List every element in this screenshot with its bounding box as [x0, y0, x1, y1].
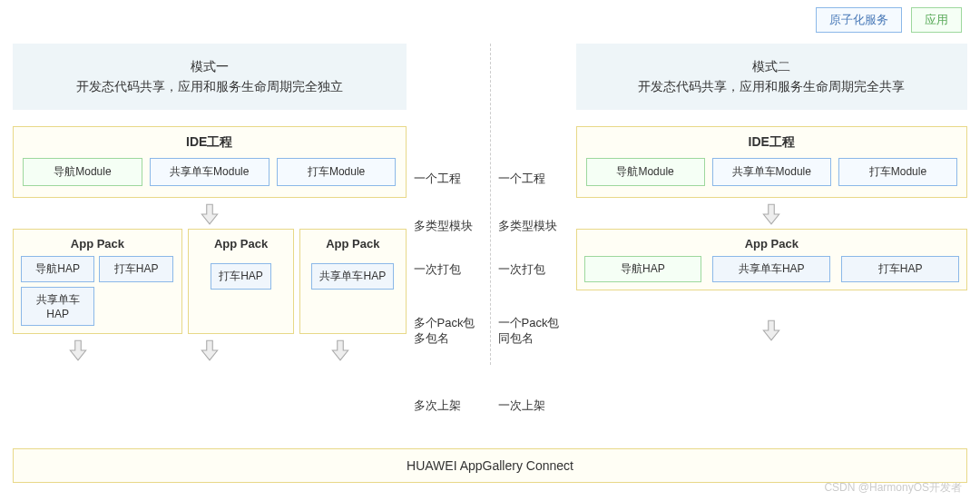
right-annotations: 一个工程 多类型模块 一次打包 一个Pack包 同包名 一次上架: [495, 44, 569, 365]
annot-pack: 一次打包: [414, 261, 461, 278]
annot-modules: 多类型模块: [498, 218, 557, 234]
hap-bike: 共享单车HAP: [311, 263, 394, 290]
arrow-row: [576, 201, 968, 227]
legend-app: 应用: [911, 7, 962, 33]
pack-title: App Pack: [196, 237, 286, 250]
appgallery-box: HUAWEI AppGallery Connect: [13, 448, 967, 483]
left-pack-2: App Pack 打车HAP: [188, 229, 294, 334]
pack-title: App Pack: [308, 237, 397, 250]
down-arrow-icon: [67, 338, 89, 363]
legend-atomic: 原子化服务: [816, 7, 902, 33]
annot-shelf: 多次上架: [414, 398, 461, 414]
down-arrow-icon: [329, 338, 351, 363]
down-arrow-icon: [760, 201, 782, 227]
down-arrow-icon: [760, 318, 782, 343]
annot-pack: 一次打包: [498, 261, 545, 278]
annot-project: 一个工程: [414, 171, 461, 187]
left-ide-box: IDE工程 导航Module 共享单车Module 打车Module: [13, 126, 407, 198]
left-packs-row: App Pack 导航HAP 打车HAP 共享单车HAP App Pack 打车…: [13, 229, 407, 334]
hap-nav: 导航HAP: [584, 256, 702, 282]
annot-packnames: 多个Pack包 多包名: [414, 316, 475, 347]
right-header: 模式二 开发态代码共享，应用和服务生命周期完全共享: [576, 44, 968, 110]
hap-taxi: 打车HAP: [211, 263, 271, 290]
module-taxi: 打车Module: [277, 158, 397, 186]
left-subtitle: 开发态代码共享，应用和服务生命周期完全独立: [22, 76, 397, 96]
left-annotations: 一个工程 多类型模块 一次打包 多个Pack包 多包名 多次上架: [414, 44, 486, 365]
annot-modules: 多类型模块: [414, 218, 473, 234]
hap-bike: 共享单车HAP: [712, 256, 830, 282]
arrow-row-multi: [13, 338, 407, 363]
right-pack: App Pack 导航HAP 共享单车HAP 打车HAP: [576, 229, 968, 290]
module-nav: 导航Module: [23, 158, 142, 186]
module-bike: 共享单车Module: [712, 158, 831, 186]
diagram-columns: 模式一 开发态代码共享，应用和服务生命周期完全独立 IDE工程 导航Module…: [0, 0, 980, 365]
hap-bike: 共享单车HAP: [21, 287, 94, 326]
module-taxi: 打车Module: [838, 158, 957, 186]
right-ide-title: IDE工程: [586, 134, 958, 151]
left-header: 模式一 开发态代码共享，应用和服务生命周期完全独立: [13, 44, 407, 110]
pack-title: App Pack: [21, 237, 174, 250]
annot-shelf: 一次上架: [498, 398, 545, 414]
down-arrow-icon: [199, 338, 220, 363]
arrow-row: [13, 201, 407, 227]
hap-taxi: 打车HAP: [99, 256, 172, 282]
hap-nav: 导航HAP: [21, 256, 94, 282]
down-arrow-icon: [199, 201, 220, 227]
right-title: 模式二: [585, 56, 959, 76]
column-divider: [490, 44, 491, 365]
pack-title: App Pack: [584, 237, 960, 250]
arrow-row: [576, 318, 968, 343]
left-pack-3: App Pack 共享单车HAP: [299, 229, 406, 334]
right-subtitle: 开发态代码共享，应用和服务生命周期完全共享: [585, 76, 959, 96]
right-ide-box: IDE工程 导航Module 共享单车Module 打车Module: [576, 126, 968, 198]
left-title: 模式一: [22, 56, 397, 76]
legend: 原子化服务 应用: [816, 7, 962, 33]
hap-taxi: 打车HAP: [841, 256, 959, 282]
column-right: 一个工程 多类型模块 一次打包 一个Pack包 同包名 一次上架 模式二 开发态…: [495, 44, 968, 365]
annot-project: 一个工程: [498, 171, 545, 187]
module-bike: 共享单车Module: [150, 158, 270, 186]
column-left: 模式一 开发态代码共享，应用和服务生命周期完全独立 IDE工程 导航Module…: [13, 44, 486, 365]
right-packs-row: App Pack 导航HAP 共享单车HAP 打车HAP: [576, 229, 968, 290]
module-nav: 导航Module: [586, 158, 705, 186]
annot-packnames: 一个Pack包 同包名: [498, 316, 560, 347]
left-pack-1: App Pack 导航HAP 打车HAP 共享单车HAP: [13, 229, 182, 334]
watermark: CSDN @HarmonyOS开发者: [824, 480, 962, 496]
left-ide-title: IDE工程: [23, 134, 397, 151]
